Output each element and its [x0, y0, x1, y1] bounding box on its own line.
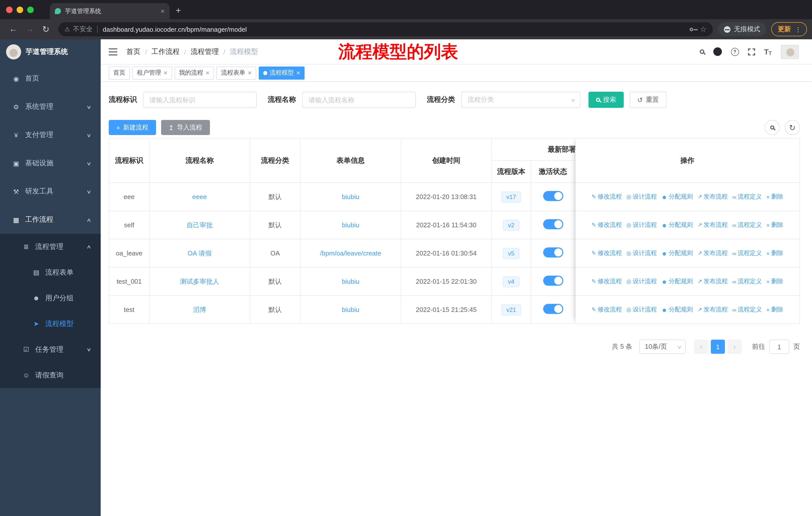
toggle-search-button[interactable] — [765, 120, 780, 135]
publish-process-link[interactable]: ↗发布流程 — [697, 249, 728, 257]
process-name-input[interactable] — [302, 92, 416, 108]
publish-process-link[interactable]: ↗发布流程 — [697, 192, 728, 201]
hamburger-icon[interactable] — [109, 51, 117, 52]
form-link[interactable]: /bpm/oa/leave/create — [320, 249, 381, 257]
page-number-button[interactable]: 1 — [711, 340, 725, 354]
active-toggle[interactable] — [543, 247, 563, 257]
publish-process-link[interactable]: ↗发布流程 — [697, 305, 728, 314]
font-size-icon[interactable]: TT — [764, 47, 772, 56]
close-icon[interactable]: × — [164, 69, 167, 77]
sidebar-item-leave-query[interactable]: ☺ 请假查询 — [0, 362, 101, 388]
app-logo[interactable]: 芋道管理系统 — [0, 39, 101, 64]
browser-menu-icon[interactable]: ⋮ — [795, 25, 802, 33]
design-process-link[interactable]: ◎设计流程 — [627, 277, 657, 286]
process-key-input[interactable] — [143, 92, 257, 108]
page-size-select[interactable]: 10条/页 ∨ — [639, 340, 686, 354]
import-process-button[interactable]: ↥ 导入流程 — [161, 120, 210, 135]
create-process-button[interactable]: + 新建流程 — [109, 120, 156, 135]
minimize-window-button[interactable] — [17, 6, 23, 13]
modify-process-link[interactable]: ✎修改流程 — [591, 305, 622, 314]
process-definition-link[interactable]: ∞流程定义 — [732, 192, 762, 201]
assign-rule-link[interactable]: ☻分配规则 — [662, 221, 693, 229]
goto-page-input[interactable] — [769, 340, 789, 354]
address-bar[interactable]: ⚠ 不安全 dashboard.yudao.iocoder.cn/bpm/man… — [59, 22, 713, 36]
fullscreen-icon[interactable] — [748, 48, 755, 55]
breadcrumb-workflow[interactable]: 工作流程 — [151, 47, 180, 56]
password-key-icon[interactable] — [689, 27, 693, 31]
back-icon[interactable]: ← — [9, 24, 18, 34]
active-toggle[interactable] — [543, 219, 563, 229]
sidebar-item-process-management[interactable]: ≣ 流程管理 ∧ — [0, 234, 101, 260]
delete-link[interactable]: ×删除 — [766, 277, 783, 286]
user-avatar[interactable] — [781, 45, 799, 59]
name-link[interactable]: eeee — [192, 193, 207, 200]
reload-icon[interactable]: ↻ — [42, 24, 50, 34]
delete-link[interactable]: ×删除 — [766, 249, 783, 257]
process-definition-link[interactable]: ∞流程定义 — [732, 277, 762, 286]
close-window-button[interactable] — [6, 6, 12, 13]
sidebar-item-task-management[interactable]: ☑ 任务管理 ∨ — [0, 336, 101, 362]
breadcrumb-home[interactable]: 首页 — [126, 47, 141, 56]
design-process-link[interactable]: ◎设计流程 — [627, 249, 657, 257]
sidebar-item-system[interactable]: ⚙ 系统管理 ∨ — [0, 93, 101, 121]
design-process-link[interactable]: ◎设计流程 — [627, 221, 657, 229]
tag-0[interactable]: 首页 — [109, 66, 130, 79]
search-icon[interactable] — [699, 49, 704, 54]
delete-link[interactable]: ×删除 — [766, 221, 783, 229]
close-icon[interactable]: × — [296, 69, 300, 77]
modify-process-link[interactable]: ✎修改流程 — [591, 249, 622, 257]
name-link[interactable]: 滔博 — [193, 306, 206, 313]
github-icon[interactable] — [713, 47, 722, 56]
delete-link[interactable]: ×删除 — [766, 192, 783, 201]
assign-rule-link[interactable]: ☻分配规则 — [662, 277, 693, 286]
sidebar-item-home[interactable]: ◉ 首页 — [0, 64, 101, 93]
form-link[interactable]: biubiu — [342, 278, 359, 285]
help-icon[interactable]: ? — [731, 48, 739, 56]
reset-button[interactable]: ↺ 重置 — [630, 92, 667, 108]
sidebar-item-infrastructure[interactable]: ▣ 基础设施 ∨ — [0, 149, 101, 178]
sidebar-item-devtools[interactable]: ⚒ 研发工具 ∨ — [0, 178, 101, 206]
sidebar-item-user-group[interactable]: ☻ 用户分组 — [0, 285, 101, 311]
tag-4[interactable]: 流程模型× — [259, 66, 305, 79]
sidebar-item-process-model[interactable]: ➤ 流程模型 — [0, 311, 101, 336]
tag-3[interactable]: 流程表单× — [216, 66, 256, 79]
tag-2[interactable]: 我的流程× — [174, 66, 214, 79]
window-controls[interactable] — [0, 0, 41, 19]
form-link[interactable]: biubiu — [342, 221, 359, 229]
process-definition-link[interactable]: ∞流程定义 — [732, 221, 762, 229]
forward-icon[interactable]: → — [26, 24, 34, 34]
publish-process-link[interactable]: ↗发布流程 — [697, 277, 728, 286]
name-link[interactable]: 自己审批 — [186, 221, 213, 228]
active-toggle[interactable] — [543, 191, 563, 201]
design-process-link[interactable]: ◎设计流程 — [627, 305, 657, 314]
sidebar-item-payment[interactable]: ¥ 支付管理 ∨ — [0, 121, 101, 149]
name-link[interactable]: 测试多审批人 — [180, 277, 219, 285]
sidebar-item-process-form[interactable]: ▤ 流程表单 — [0, 260, 101, 285]
search-button[interactable]: 搜索 — [588, 92, 624, 108]
name-link[interactable]: OA 请假 — [187, 249, 211, 257]
active-toggle[interactable] — [543, 304, 563, 314]
tab-close-icon[interactable]: × — [161, 7, 165, 15]
breadcrumb-process-management[interactable]: 流程管理 — [191, 47, 219, 56]
assign-rule-link[interactable]: ☻分配规则 — [662, 249, 693, 257]
bookmark-star-icon[interactable]: ☆ — [700, 25, 707, 34]
tag-1[interactable]: 租户管理× — [133, 66, 172, 79]
process-definition-link[interactable]: ∞流程定义 — [732, 305, 762, 314]
process-definition-link[interactable]: ∞流程定义 — [732, 249, 762, 257]
close-icon[interactable]: × — [248, 69, 252, 77]
zoom-window-button[interactable] — [27, 6, 34, 13]
active-toggle[interactable] — [543, 276, 563, 286]
prev-page-button[interactable]: ‹ — [694, 340, 708, 354]
modify-process-link[interactable]: ✎修改流程 — [591, 192, 622, 201]
design-process-link[interactable]: ◎设计流程 — [627, 192, 657, 201]
category-select[interactable]: 流程分类 ∨ — [461, 92, 580, 108]
form-link[interactable]: biubiu — [342, 193, 359, 200]
assign-rule-link[interactable]: ☻分配规则 — [662, 305, 693, 314]
publish-process-link[interactable]: ↗发布流程 — [697, 221, 728, 229]
browser-tab[interactable]: 芋道管理系统 × — [50, 3, 170, 19]
modify-process-link[interactable]: ✎修改流程 — [591, 277, 622, 286]
close-icon[interactable]: × — [206, 69, 209, 77]
update-button[interactable]: 更新 ⋮ — [771, 22, 807, 36]
assign-rule-link[interactable]: ☻分配规则 — [662, 192, 693, 201]
modify-process-link[interactable]: ✎修改流程 — [591, 221, 622, 229]
